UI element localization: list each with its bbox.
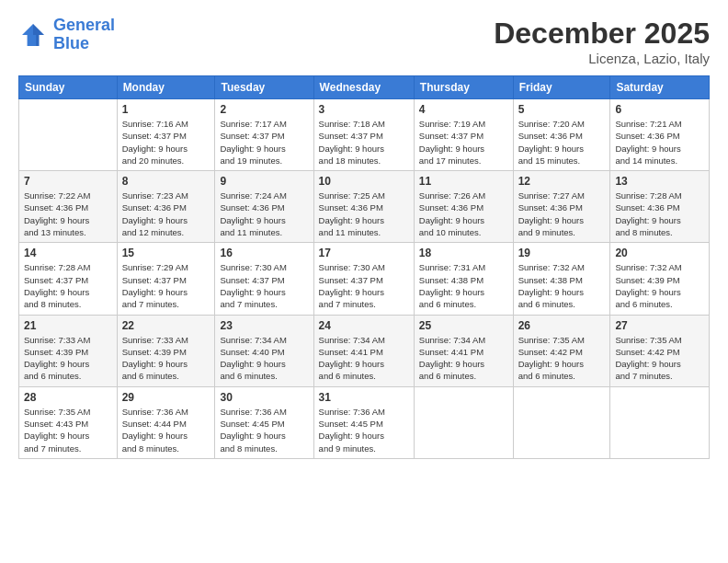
calendar-cell: 6Sunrise: 7:21 AM Sunset: 4:36 PM Daylig… [610, 99, 710, 171]
day-info: Sunrise: 7:34 AM Sunset: 4:41 PM Dayligh… [419, 334, 508, 383]
day-info: Sunrise: 7:30 AM Sunset: 4:37 PM Dayligh… [319, 261, 409, 310]
day-info: Sunrise: 7:35 AM Sunset: 4:42 PM Dayligh… [615, 334, 704, 383]
calendar-cell: 22Sunrise: 7:33 AM Sunset: 4:39 PM Dayli… [117, 315, 215, 386]
calendar-cell: 25Sunrise: 7:34 AM Sunset: 4:41 PM Dayli… [414, 315, 513, 386]
calendar-cell: 5Sunrise: 7:20 AM Sunset: 4:36 PM Daylig… [513, 99, 610, 171]
day-info: Sunrise: 7:17 AM Sunset: 4:37 PM Dayligh… [220, 118, 308, 167]
day-number: 14 [24, 247, 112, 259]
calendar-cell: 23Sunrise: 7:34 AM Sunset: 4:40 PM Dayli… [215, 315, 313, 386]
day-info: Sunrise: 7:35 AM Sunset: 4:43 PM Dayligh… [24, 406, 112, 454]
calendar-cell: 11Sunrise: 7:26 AM Sunset: 4:36 PM Dayli… [414, 171, 513, 243]
calendar-cell: 10Sunrise: 7:25 AM Sunset: 4:36 PM Dayli… [313, 171, 414, 243]
calendar-week-3: 14Sunrise: 7:28 AM Sunset: 4:37 PM Dayli… [19, 243, 710, 315]
calendar-cell: 15Sunrise: 7:29 AM Sunset: 4:37 PM Dayli… [117, 243, 215, 315]
calendar-table: SundayMondayTuesdayWednesdayThursdayFrid… [18, 75, 710, 459]
day-info: Sunrise: 7:19 AM Sunset: 4:37 PM Dayligh… [419, 118, 508, 167]
day-info: Sunrise: 7:34 AM Sunset: 4:40 PM Dayligh… [220, 334, 308, 383]
calendar-cell: 8Sunrise: 7:23 AM Sunset: 4:36 PM Daylig… [117, 171, 215, 243]
calendar-week-5: 28Sunrise: 7:35 AM Sunset: 4:43 PM Dayli… [19, 386, 710, 458]
weekday-header-saturday: Saturday [610, 76, 710, 99]
weekday-header-wednesday: Wednesday [313, 76, 414, 99]
day-number: 6 [615, 103, 704, 116]
logo-line2: Blue [53, 34, 89, 52]
calendar-cell: 3Sunrise: 7:18 AM Sunset: 4:37 PM Daylig… [313, 99, 414, 171]
logo-icon [18, 20, 48, 50]
calendar-cell: 28Sunrise: 7:35 AM Sunset: 4:43 PM Dayli… [19, 386, 118, 458]
day-number: 9 [220, 175, 308, 188]
day-number: 11 [419, 175, 508, 188]
day-number: 25 [419, 319, 508, 332]
day-info: Sunrise: 7:36 AM Sunset: 4:45 PM Dayligh… [220, 406, 308, 454]
weekday-header-tuesday: Tuesday [215, 76, 313, 99]
day-number: 5 [518, 103, 606, 116]
calendar-cell: 7Sunrise: 7:22 AM Sunset: 4:36 PM Daylig… [19, 171, 118, 243]
day-number: 8 [122, 175, 210, 188]
logo-text: General Blue [53, 17, 115, 53]
page: General Blue December 2025 Licenza, Lazi… [0, 0, 728, 563]
day-info: Sunrise: 7:22 AM Sunset: 4:36 PM Dayligh… [24, 190, 112, 238]
weekday-header-monday: Monday [117, 76, 215, 99]
day-info: Sunrise: 7:33 AM Sunset: 4:39 PM Dayligh… [122, 334, 210, 383]
month-title: December 2025 [494, 17, 710, 51]
day-info: Sunrise: 7:25 AM Sunset: 4:36 PM Dayligh… [319, 190, 409, 238]
calendar-cell: 21Sunrise: 7:33 AM Sunset: 4:39 PM Dayli… [19, 315, 118, 386]
calendar-cell: 13Sunrise: 7:28 AM Sunset: 4:36 PM Dayli… [610, 171, 710, 243]
day-number: 19 [518, 247, 606, 259]
day-number: 30 [220, 391, 308, 404]
day-number: 16 [220, 247, 308, 259]
day-info: Sunrise: 7:34 AM Sunset: 4:41 PM Dayligh… [319, 334, 409, 383]
day-number: 18 [419, 247, 508, 259]
day-number: 1 [122, 103, 210, 116]
calendar-cell [19, 99, 118, 171]
calendar-cell: 24Sunrise: 7:34 AM Sunset: 4:41 PM Dayli… [313, 315, 414, 386]
calendar-cell: 17Sunrise: 7:30 AM Sunset: 4:37 PM Dayli… [313, 243, 414, 315]
calendar-cell: 9Sunrise: 7:24 AM Sunset: 4:36 PM Daylig… [215, 171, 313, 243]
day-info: Sunrise: 7:16 AM Sunset: 4:37 PM Dayligh… [122, 118, 210, 167]
day-info: Sunrise: 7:26 AM Sunset: 4:36 PM Dayligh… [419, 190, 508, 238]
calendar-cell: 27Sunrise: 7:35 AM Sunset: 4:42 PM Dayli… [610, 315, 710, 386]
day-info: Sunrise: 7:35 AM Sunset: 4:42 PM Dayligh… [518, 334, 606, 383]
day-info: Sunrise: 7:28 AM Sunset: 4:36 PM Dayligh… [615, 190, 704, 238]
calendar-cell: 14Sunrise: 7:28 AM Sunset: 4:37 PM Dayli… [19, 243, 118, 315]
location-title: Licenza, Lazio, Italy [494, 51, 710, 66]
day-number: 20 [615, 247, 704, 259]
calendar-cell [414, 386, 513, 458]
day-info: Sunrise: 7:32 AM Sunset: 4:38 PM Dayligh… [518, 261, 606, 310]
calendar-cell: 1Sunrise: 7:16 AM Sunset: 4:37 PM Daylig… [117, 99, 215, 171]
weekday-header-friday: Friday [513, 76, 610, 99]
weekday-header-thursday: Thursday [414, 76, 513, 99]
day-number: 28 [24, 391, 112, 404]
day-number: 7 [24, 175, 112, 188]
calendar-week-1: 1Sunrise: 7:16 AM Sunset: 4:37 PM Daylig… [19, 99, 710, 171]
calendar-cell: 12Sunrise: 7:27 AM Sunset: 4:36 PM Dayli… [513, 171, 610, 243]
day-info: Sunrise: 7:36 AM Sunset: 4:45 PM Dayligh… [319, 406, 409, 454]
day-info: Sunrise: 7:20 AM Sunset: 4:36 PM Dayligh… [518, 118, 606, 167]
day-info: Sunrise: 7:32 AM Sunset: 4:39 PM Dayligh… [615, 261, 704, 310]
day-info: Sunrise: 7:24 AM Sunset: 4:36 PM Dayligh… [220, 190, 308, 238]
calendar-cell: 26Sunrise: 7:35 AM Sunset: 4:42 PM Dayli… [513, 315, 610, 386]
weekday-header-row: SundayMondayTuesdayWednesdayThursdayFrid… [19, 76, 710, 99]
weekday-header-sunday: Sunday [19, 76, 118, 99]
day-number: 10 [319, 175, 409, 188]
day-info: Sunrise: 7:31 AM Sunset: 4:38 PM Dayligh… [419, 261, 508, 310]
day-number: 31 [319, 391, 409, 404]
calendar-cell: 30Sunrise: 7:36 AM Sunset: 4:45 PM Dayli… [215, 386, 313, 458]
day-info: Sunrise: 7:36 AM Sunset: 4:44 PM Dayligh… [122, 406, 210, 454]
day-number: 26 [518, 319, 606, 332]
day-number: 4 [419, 103, 508, 116]
calendar-week-4: 21Sunrise: 7:33 AM Sunset: 4:39 PM Dayli… [19, 315, 710, 386]
day-info: Sunrise: 7:28 AM Sunset: 4:37 PM Dayligh… [24, 261, 112, 310]
logo-line1: General [53, 16, 115, 34]
day-info: Sunrise: 7:29 AM Sunset: 4:37 PM Dayligh… [122, 261, 210, 310]
day-number: 2 [220, 103, 308, 116]
day-number: 21 [24, 319, 112, 332]
day-number: 22 [122, 319, 210, 332]
calendar-cell [610, 386, 710, 458]
day-number: 12 [518, 175, 606, 188]
calendar-cell: 18Sunrise: 7:31 AM Sunset: 4:38 PM Dayli… [414, 243, 513, 315]
day-number: 29 [122, 391, 210, 404]
day-number: 17 [319, 247, 409, 259]
day-number: 15 [122, 247, 210, 259]
logo: General Blue [18, 17, 115, 53]
day-info: Sunrise: 7:23 AM Sunset: 4:36 PM Dayligh… [122, 190, 210, 238]
